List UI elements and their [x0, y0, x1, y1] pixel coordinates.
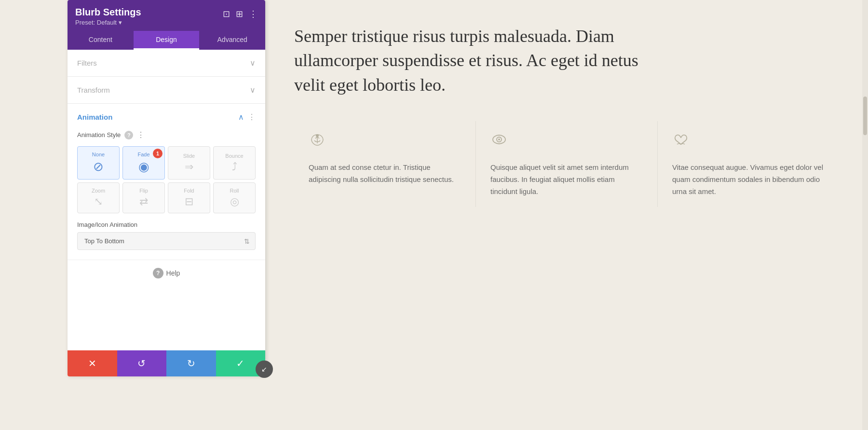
anim-roll-icon: ◎ [230, 195, 239, 208]
more-options-icon[interactable]: ⋮ [249, 9, 258, 19]
blurb-icon-0 [309, 131, 461, 152]
help-text: Help [166, 269, 180, 277]
anim-flip-label: Flip [139, 188, 148, 194]
anim-none-label: None [92, 152, 105, 157]
content-area: Semper tristique risus turpis malesuada.… [265, 0, 868, 430]
animation-section-icons: ∧ ⋮ [238, 112, 256, 122]
panel-title: Blurb Settings [75, 7, 141, 18]
help-circle-icon[interactable]: ? [153, 268, 163, 278]
anim-slide-icon: ⇒ [185, 161, 193, 173]
scrollbar[interactable] [862, 0, 868, 430]
anim-bounce-label: Bounce [225, 153, 243, 159]
image-icon-animation-select-wrapper: Top To Bottom Bottom To Top Left To Righ… [77, 232, 256, 250]
anim-fold-label: Fold [184, 188, 194, 194]
panel-header-icons: ⊡ ⊞ ⋮ [223, 9, 258, 19]
blurb-item-0: Quam at sed conse ctetur in. Tristique a… [294, 121, 476, 207]
anim-zoom-icon: ⤡ [94, 195, 103, 208]
blurb-icon-1 [490, 131, 643, 152]
svg-point-0 [316, 134, 319, 137]
redo-button[interactable]: ↻ [166, 350, 216, 376]
tab-content[interactable]: Content [68, 31, 134, 50]
anim-none-icon: ⊘ [93, 159, 104, 174]
filters-chevron: ∨ [250, 58, 256, 68]
anim-roll-label: Roll [230, 188, 239, 194]
animation-chevron-up[interactable]: ∧ [238, 112, 244, 122]
tab-advanced[interactable]: Advanced [199, 31, 265, 50]
animation-more-icon[interactable]: ⋮ [248, 112, 256, 122]
panel-preset[interactable]: Preset: Default ▾ [75, 19, 141, 26]
anim-bounce-btn[interactable]: Bounce ⤴ [213, 146, 256, 180]
anim-bounce-icon: ⤴ [232, 161, 237, 173]
image-icon-animation-select[interactable]: Top To Bottom Bottom To Top Left To Righ… [77, 232, 256, 250]
animation-style-header: Animation Style ? ⋮ [77, 130, 256, 139]
transform-section[interactable]: Transform ∨ [68, 77, 265, 104]
settings-panel: Blurb Settings Preset: Default ▾ ⊡ ⊞ ⋮ C… [68, 0, 265, 376]
panel-title-group: Blurb Settings Preset: Default ▾ [75, 7, 141, 26]
animation-section-wrapper: Animation ∧ ⋮ Animation Style ? ⋮ None ⊘ [68, 104, 265, 250]
animation-label: Animation [77, 113, 112, 121]
anim-fold-icon: ⊟ [185, 195, 193, 208]
anim-slide-btn[interactable]: Slide ⇒ [168, 146, 210, 180]
panel-tabs: Content Design Advanced [68, 31, 265, 50]
anim-none-btn[interactable]: None ⊘ [77, 146, 120, 180]
panel-footer: ? Help [68, 260, 265, 286]
panel-action-bar: ✕ ↺ ↻ ✓ [68, 350, 265, 376]
anim-fade-label: Fade [137, 152, 149, 157]
hero-text: Semper tristique risus turpis malesuada.… [294, 24, 641, 97]
blurb-item-1: Quisque aliquet velit sit amet sem inter… [476, 121, 658, 207]
diagonal-arrow-icon[interactable]: ↙ [256, 361, 273, 378]
blurb-row: Quam at sed conse ctetur in. Tristique a… [294, 121, 839, 207]
fade-badge: 1 [153, 149, 163, 158]
blurb-text-1: Quisque aliquet velit sit amet sem inter… [490, 162, 643, 197]
fullscreen-icon[interactable]: ⊡ [223, 9, 230, 19]
image-icon-animation-field: Image/Icon Animation Top To Bottom Botto… [77, 221, 256, 250]
columns-icon[interactable]: ⊞ [236, 9, 243, 19]
animation-style-more[interactable]: ⋮ [137, 130, 145, 139]
animation-help-icon[interactable]: ? [124, 131, 133, 139]
panel-body: Filters ∨ Transform ∨ Animation ∧ ⋮ Anim… [68, 50, 265, 350]
animation-section-header[interactable]: Animation ∧ ⋮ [77, 104, 256, 130]
anim-flip-btn[interactable]: Flip ⇄ [122, 182, 165, 213]
animation-style-grid: None ⊘ Fade ◉ 1 Slide ⇒ Bounce ⤴ [77, 146, 256, 213]
anim-roll-btn[interactable]: Roll ◎ [213, 182, 256, 213]
undo-button[interactable]: ↺ [117, 350, 167, 376]
anim-fade-icon: ◉ [138, 159, 149, 174]
transform-chevron: ∨ [250, 85, 256, 95]
anim-flip-icon: ⇄ [139, 195, 148, 208]
anim-slide-label: Slide [183, 153, 195, 159]
blurb-item-2: Vitae consequat augue. Vivamus eget dolo… [658, 121, 839, 207]
blurb-text-2: Vitae consequat augue. Vivamus eget dolo… [672, 162, 825, 197]
scrollbar-thumb[interactable] [863, 97, 867, 135]
blurb-icon-2 [672, 131, 825, 152]
filters-section[interactable]: Filters ∨ [68, 50, 265, 77]
anim-fold-btn[interactable]: Fold ⊟ [168, 182, 210, 213]
tab-design[interactable]: Design [134, 31, 200, 50]
image-icon-animation-label: Image/Icon Animation [77, 221, 256, 228]
anim-zoom-btn[interactable]: Zoom ⤡ [77, 182, 120, 213]
panel-header: Blurb Settings Preset: Default ▾ ⊡ ⊞ ⋮ [68, 0, 265, 31]
cancel-button[interactable]: ✕ [68, 350, 117, 376]
animation-style-label: Animation Style [77, 131, 121, 139]
blurb-text-0: Quam at sed conse ctetur in. Tristique a… [309, 162, 461, 186]
anim-fade-btn[interactable]: Fade ◉ 1 [122, 146, 165, 180]
transform-label: Transform [77, 86, 110, 94]
filters-label: Filters [77, 59, 97, 67]
svg-point-3 [498, 139, 500, 140]
anim-zoom-label: Zoom [92, 188, 105, 194]
